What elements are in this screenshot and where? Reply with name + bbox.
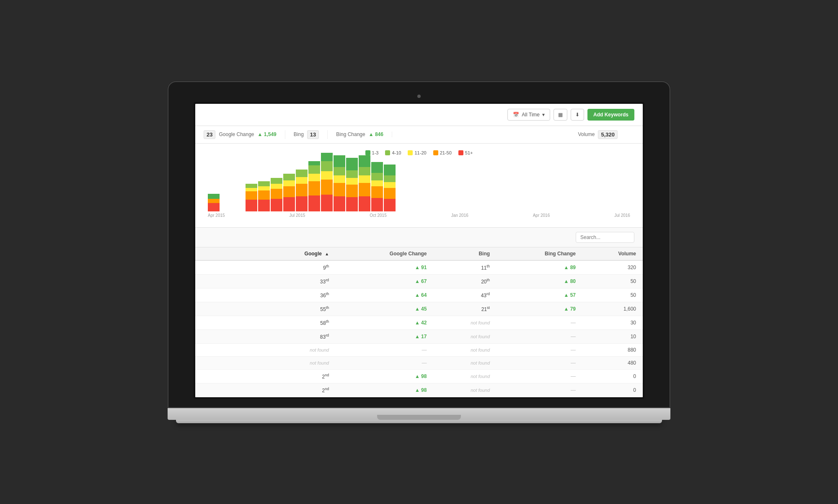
legend-label-1-3: 1-3 bbox=[372, 150, 379, 155]
legend-1-3: 1-3 bbox=[365, 150, 379, 155]
download-button[interactable]: ⬇ bbox=[571, 109, 584, 121]
legend-label-51plus: 51+ bbox=[465, 150, 473, 155]
bar-segment bbox=[371, 173, 383, 180]
bar-segment bbox=[308, 181, 320, 195]
bar-segment bbox=[321, 153, 333, 161]
cell-volume: 30 bbox=[582, 316, 643, 329]
bar-segment bbox=[334, 175, 345, 183]
bar-segment bbox=[308, 161, 320, 165]
chart-x-label: Oct 2015 bbox=[370, 213, 387, 218]
chart-x-label: Apr 2015 bbox=[208, 213, 225, 218]
legend-label-11-20: 11-20 bbox=[414, 150, 426, 155]
bar-segment bbox=[258, 190, 270, 200]
bar-segment bbox=[334, 167, 345, 175]
legend-color-21-50 bbox=[433, 150, 438, 155]
search-input[interactable] bbox=[576, 232, 634, 243]
bar-segment bbox=[334, 196, 345, 211]
table-row: 9th▲ 9111th▲ 89320 bbox=[195, 260, 643, 275]
chart-view-button[interactable]: ▦ bbox=[553, 109, 567, 121]
bar-segment bbox=[308, 165, 320, 174]
cell-volume: 50 bbox=[582, 288, 643, 302]
cell-keyword bbox=[195, 329, 262, 343]
bar-segment bbox=[359, 183, 370, 196]
cell-bing-change: — bbox=[497, 316, 582, 329]
bar-segment bbox=[321, 180, 333, 195]
bar-group-12 bbox=[359, 155, 370, 211]
bar-segment bbox=[346, 178, 358, 185]
cell-google: not found bbox=[262, 343, 336, 356]
rankings-table: Google ▲ Google Change Bing Bing Change … bbox=[195, 247, 643, 397]
laptop-screen: 📅 All Time ▾ ▦ ⬇ Add Keywords bbox=[168, 81, 670, 408]
laptop-foot bbox=[176, 420, 662, 423]
cell-volume: 0 bbox=[582, 369, 643, 383]
cell-keyword bbox=[195, 356, 262, 369]
sort-arrow-google: ▲ bbox=[325, 252, 329, 256]
legend-11-20: 11-20 bbox=[408, 150, 426, 155]
bar-group-13 bbox=[371, 162, 383, 211]
app-header: 📅 All Time ▾ ▦ ⬇ Add Keywords bbox=[195, 104, 643, 126]
cell-google-change: ▲ 98 bbox=[336, 383, 433, 397]
table-row: not found—not found—480 bbox=[195, 356, 643, 369]
cell-bing-change: — bbox=[497, 343, 582, 356]
cell-google-change: ▲ 98 bbox=[336, 369, 433, 383]
add-keywords-button[interactable]: Add Keywords bbox=[587, 109, 634, 121]
table-row: 83rd▲ 17not found—10 bbox=[195, 329, 643, 343]
bar-segment bbox=[283, 174, 295, 180]
bar-group-3 bbox=[246, 184, 257, 211]
cell-keyword bbox=[195, 288, 262, 302]
cell-google-change: ▲ 45 bbox=[336, 302, 433, 316]
cell-keyword bbox=[195, 316, 262, 329]
cell-volume: 0 bbox=[582, 383, 643, 397]
bar-group-6 bbox=[283, 174, 295, 211]
legend-color-4-10 bbox=[385, 150, 390, 155]
legend-21-50: 21-50 bbox=[433, 150, 452, 155]
cell-bing: not found bbox=[433, 369, 497, 383]
bar-segment bbox=[246, 200, 257, 211]
cell-keyword bbox=[195, 260, 262, 275]
google-stat: 23 Google Change ▲ 1,549 bbox=[204, 130, 285, 139]
bar-segment bbox=[308, 174, 320, 181]
all-time-label: All Time bbox=[522, 112, 540, 118]
all-time-button[interactable]: 📅 All Time ▾ bbox=[507, 109, 550, 121]
table-header-row: Google ▲ Google Change Bing Bing Change … bbox=[195, 247, 643, 260]
cell-bing: 20th bbox=[433, 274, 497, 288]
bing-change-stat: Bing Change ▲ 846 bbox=[336, 131, 392, 137]
cell-bing-change: — bbox=[497, 383, 582, 397]
cell-google: 2nd bbox=[262, 369, 336, 383]
table-row: not found—not found—880 bbox=[195, 343, 643, 356]
cell-bing: 21st bbox=[433, 302, 497, 316]
bar-segment bbox=[208, 194, 220, 199]
cell-google: not found bbox=[262, 356, 336, 369]
cell-google: 58th bbox=[262, 316, 336, 329]
cell-bing: not found bbox=[433, 343, 497, 356]
col-google-change: Google Change bbox=[336, 247, 433, 260]
cell-bing: not found bbox=[433, 383, 497, 397]
cell-keyword bbox=[195, 383, 262, 397]
table-row: 33rd▲ 6720th▲ 8050 bbox=[195, 274, 643, 288]
laptop-wrapper: 📅 All Time ▾ ▦ ⬇ Add Keywords bbox=[168, 81, 670, 423]
bar-segment bbox=[258, 200, 270, 211]
bar-segment bbox=[308, 195, 320, 211]
bar-segment bbox=[371, 198, 383, 211]
col-google[interactable]: Google ▲ bbox=[262, 247, 336, 260]
col-keyword bbox=[195, 247, 262, 260]
bar-segment bbox=[334, 155, 345, 167]
bar-segment bbox=[246, 188, 257, 191]
chart-section: 1-3 4-10 11-20 21-50 bbox=[195, 144, 643, 228]
table-toolbar bbox=[195, 228, 643, 247]
bar-group-11 bbox=[346, 158, 358, 211]
bar-segment bbox=[283, 197, 295, 211]
bar-segment bbox=[271, 184, 282, 189]
cell-google: 2nd bbox=[262, 383, 336, 397]
bar-chart-icon: ▦ bbox=[558, 112, 563, 118]
legend-label-21-50: 21-50 bbox=[440, 150, 452, 155]
bar-segment bbox=[208, 199, 220, 203]
bar-segment bbox=[321, 161, 333, 171]
bar-segment bbox=[271, 178, 282, 184]
cell-bing-change: ▲ 89 bbox=[497, 260, 582, 275]
cell-bing-change: — bbox=[497, 356, 582, 369]
volume-stat: Volume 5,320 bbox=[578, 130, 626, 139]
cell-volume: 480 bbox=[582, 356, 643, 369]
cell-volume: 320 bbox=[582, 260, 643, 275]
bar-segment bbox=[371, 180, 383, 186]
